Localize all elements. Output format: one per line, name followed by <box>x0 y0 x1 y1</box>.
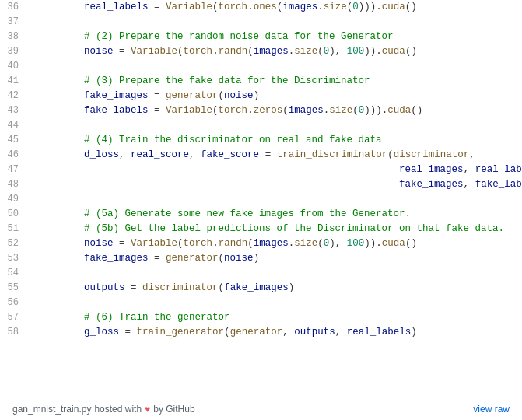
by-text: by GitHub <box>153 404 194 415</box>
hosted-text: hosted with <box>94 404 142 415</box>
table-row: 55 outputs = discriminator(fake_images) <box>0 281 522 296</box>
line-code: fake_labels = Variable(torch.zeros(image… <box>31 103 522 118</box>
line-code: # (5a) Generate some new fake images fro… <box>31 207 522 222</box>
line-code <box>31 59 522 74</box>
table-row: 53 fake_images = generator(noise) <box>0 251 522 266</box>
line-number: 39 <box>0 44 31 59</box>
table-row: 42 fake_images = generator(noise) <box>0 89 522 103</box>
line-code: noise = Variable(torch.randn(images.size… <box>31 236 522 251</box>
filename: gan_mnist_train.py <box>12 404 91 415</box>
line-number: 43 <box>0 103 31 118</box>
table-row: 37 <box>0 15 522 30</box>
line-number: 41 <box>0 74 31 89</box>
line-number: 47 <box>0 163 31 177</box>
line-number: 42 <box>0 89 31 103</box>
line-number: 48 <box>0 177 31 192</box>
line-code: g_loss = train_generator(generator, outp… <box>31 325 522 340</box>
line-number: 44 <box>0 118 31 133</box>
table-row: 47 real_images, real_labels, <box>0 163 522 177</box>
line-code: fake_images = generator(noise) <box>31 251 522 266</box>
table-row: 52 noise = Variable(torch.randn(images.s… <box>0 236 522 251</box>
line-number: 55 <box>0 281 31 296</box>
line-code <box>31 192 522 207</box>
line-number: 45 <box>0 133 31 148</box>
line-number: 57 <box>0 310 31 325</box>
line-code: outputs = discriminator(fake_images) <box>31 281 522 296</box>
line-code <box>31 296 522 310</box>
code-table: 36 real_labels = Variable(torch.ones(ima… <box>0 0 522 340</box>
table-row: 40 <box>0 59 522 74</box>
line-code: real_images, real_labels, <box>31 163 522 177</box>
table-row: 57 # (6) Train the generator <box>0 310 522 325</box>
table-row: 58 g_loss = train_generator(generator, o… <box>0 325 522 340</box>
line-code: d_loss, real_score, fake_score = train_d… <box>31 148 522 163</box>
line-number: 50 <box>0 207 31 222</box>
table-row: 43 fake_labels = Variable(torch.zeros(im… <box>0 103 522 118</box>
table-row: 51 # (5b) Get the label predictions of t… <box>0 222 522 236</box>
line-code: fake_images, fake_labels) <box>31 177 522 192</box>
view-raw-link[interactable]: view raw <box>473 404 510 415</box>
table-row: 45 # (4) Train the discriminator on real… <box>0 133 522 148</box>
line-number: 56 <box>0 296 31 310</box>
line-code: # (6) Train the generator <box>31 310 522 325</box>
line-code: # (5b) Get the label predictions of the … <box>31 222 522 236</box>
table-row: 46 d_loss, real_score, fake_score = trai… <box>0 148 522 163</box>
line-code: fake_images = generator(noise) <box>31 89 522 103</box>
table-row: 49 <box>0 192 522 207</box>
code-container: 36 real_labels = Variable(torch.ones(ima… <box>0 0 522 397</box>
line-number: 38 <box>0 30 31 44</box>
line-code: real_labels = Variable(torch.ones(images… <box>31 0 522 15</box>
table-row: 36 real_labels = Variable(torch.ones(ima… <box>0 0 522 15</box>
line-code <box>31 15 522 30</box>
line-number: 46 <box>0 148 31 163</box>
line-code <box>31 118 522 133</box>
line-number: 40 <box>0 59 31 74</box>
table-row: 38 # (2) Prepare the random noise data f… <box>0 30 522 44</box>
table-row: 54 <box>0 266 522 281</box>
line-number: 52 <box>0 236 31 251</box>
line-number: 51 <box>0 222 31 236</box>
line-number: 49 <box>0 192 31 207</box>
footer: gan_mnist_train.py hosted with ♥ by GitH… <box>0 397 522 420</box>
table-row: 56 <box>0 296 522 310</box>
line-code: # (4) Train the discriminator on real an… <box>31 133 522 148</box>
line-number: 36 <box>0 0 31 15</box>
line-code: # (2) Prepare the random noise data for … <box>31 30 522 44</box>
heart-icon: ♥ <box>145 404 150 415</box>
table-row: 41 # (3) Prepare the fake data for the D… <box>0 74 522 89</box>
footer-right[interactable]: view raw <box>473 404 510 415</box>
line-number: 53 <box>0 251 31 266</box>
table-row: 48 fake_images, fake_labels) <box>0 177 522 192</box>
table-row: 44 <box>0 118 522 133</box>
line-number: 54 <box>0 266 31 281</box>
line-number: 37 <box>0 15 31 30</box>
table-row: 50 # (5a) Generate some new fake images … <box>0 207 522 222</box>
table-row: 39 noise = Variable(torch.randn(images.s… <box>0 44 522 59</box>
footer-left: gan_mnist_train.py hosted with ♥ by GitH… <box>12 404 195 415</box>
line-number: 58 <box>0 325 31 340</box>
line-code: noise = Variable(torch.randn(images.size… <box>31 44 522 59</box>
line-code <box>31 266 522 281</box>
line-code: # (3) Prepare the fake data for the Disc… <box>31 74 522 89</box>
